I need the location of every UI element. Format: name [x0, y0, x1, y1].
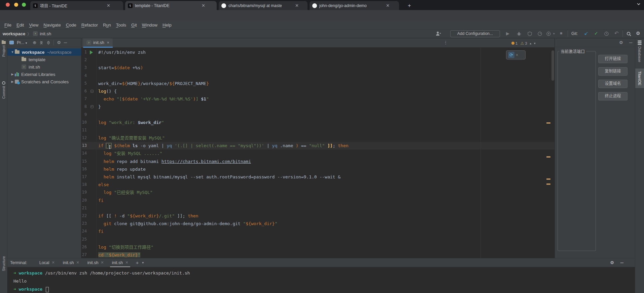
close-icon[interactable]: ×	[107, 40, 109, 45]
scrollbar-thumb[interactable]	[551, 50, 554, 81]
fold-icon[interactable]: −	[91, 90, 94, 93]
prev-problem-chevron-icon[interactable]: ▴	[530, 42, 532, 45]
open-link-button[interactable]: 打开链接	[598, 55, 628, 63]
next-problem-chevron-icon[interactable]: ▾	[534, 42, 536, 45]
code-text: log "work_dir: $work_dir"	[96, 119, 554, 126]
tree-item-init-sh[interactable]: ›init.sh	[7, 63, 81, 71]
menu-run[interactable]: Run	[101, 22, 113, 28]
close-icon[interactable]: ✕	[295, 3, 299, 8]
menu-help[interactable]: Help	[160, 22, 174, 28]
search-everywhere-icon[interactable]	[627, 32, 631, 36]
token	[98, 159, 104, 164]
menu-view[interactable]: View	[27, 22, 41, 28]
terminal-tab-init-sh[interactable]: init.sh✕	[108, 258, 133, 267]
git-update-icon[interactable]: ↙	[584, 30, 588, 36]
terminal-dropdown-chevron-icon[interactable]: ▾	[142, 261, 144, 264]
tree-chevron-icon[interactable]: ▼	[10, 50, 15, 54]
profiler-icon[interactable]	[538, 32, 542, 36]
tool-stripe-project[interactable]: Project	[0, 41, 7, 57]
tree-chevron-icon[interactable]: ▶	[10, 73, 15, 76]
window-close-button[interactable]	[6, 3, 10, 7]
tool-stripe-structure[interactable]: Structure	[0, 256, 7, 271]
settings-gear-icon[interactable]: ⚙	[636, 31, 640, 36]
breadcrumb-file[interactable]: init.sh	[40, 31, 51, 36]
close-icon[interactable]: ✕	[125, 260, 128, 265]
history-clock-icon[interactable]	[604, 32, 609, 36]
close-icon[interactable]: ×	[516, 53, 518, 57]
gutter-cell	[87, 72, 96, 80]
tree-item-external-libraries[interactable]: ▶External Libraries	[7, 71, 81, 78]
tree-item-template[interactable]: template	[7, 56, 81, 63]
menu-edit[interactable]: Edit	[14, 22, 26, 28]
inspections-widget[interactable]: 1 ⚠3 ▴ ▾	[511, 41, 536, 46]
coverage-icon[interactable]	[528, 32, 532, 36]
project-settings-gear-icon[interactable]: ⚙	[57, 40, 61, 45]
run-with-options-icon[interactable]	[546, 32, 551, 36]
browser-tab[interactable]: john-deng/go-admin-demo✕	[310, 1, 399, 10]
window-minimize-button[interactable]	[14, 3, 18, 7]
menu-file[interactable]: File	[2, 22, 14, 28]
hide-panel-icon[interactable]: ─	[629, 40, 632, 45]
close-icon[interactable]: ✕	[101, 260, 104, 265]
titanide-favicon: t	[33, 3, 38, 8]
close-icon[interactable]: ✕	[52, 260, 55, 265]
browser-tab[interactable]: charts/bitnami/mysql at maste✕	[219, 1, 308, 10]
browser-tab[interactable]: ttemplate - TitanIDE✕	[125, 1, 217, 10]
terminal-output[interactable]: ➜ workspace /usr/bin/env zsh /home/proje…	[7, 267, 635, 293]
terminate-process-button[interactable]: 终止进程	[598, 92, 628, 100]
tool-stripe-database[interactable]: Database	[635, 40, 644, 62]
add-configuration-button[interactable]: Add Configuration...	[450, 30, 500, 37]
set-domain-button[interactable]: 设置域名	[598, 80, 628, 88]
terminal-tab-local[interactable]: Local✕	[35, 258, 59, 267]
close-icon[interactable]: ✕	[76, 260, 79, 265]
select-opened-file-icon[interactable]: ⊕	[33, 40, 36, 45]
tool-stripe-commit[interactable]: Commit	[0, 81, 7, 99]
refresh-icon[interactable]: ⟳	[508, 52, 514, 58]
project-view-selector[interactable]: Pr... ▾	[17, 40, 27, 45]
browser-tab[interactable]: t项目 - TitanIDE✕	[30, 1, 123, 10]
window-zoom-button[interactable]	[22, 3, 26, 7]
editor-tab-init-sh[interactable]: › init.sh ×	[83, 38, 113, 48]
copy-link-button[interactable]: 复制链接	[598, 67, 628, 76]
editor-tabs-kebab-icon[interactable]: ⋮	[443, 40, 448, 45]
close-icon[interactable]: ✕	[107, 3, 110, 8]
run-button[interactable]: ▶	[506, 31, 509, 36]
menu-tools[interactable]: Tools	[114, 22, 129, 28]
token: ;	[333, 143, 338, 148]
rollback-undo-icon[interactable]: ↶	[614, 30, 619, 36]
menu-navigate[interactable]: Navigate	[41, 22, 63, 28]
tab-search-chevron-icon[interactable]	[637, 2, 641, 6]
tree-item-scratches-and-consoles[interactable]: ▶Scratches and Consoles	[7, 78, 81, 85]
new-tab-button[interactable]: +	[408, 3, 411, 9]
breadcrumb-root[interactable]: workspace	[3, 31, 25, 36]
terminal-hide-icon[interactable]: ─	[620, 260, 623, 265]
collapse-all-icon[interactable]	[46, 41, 50, 45]
run-widget-user-icon[interactable]	[436, 31, 441, 36]
tree-chevron-icon[interactable]: ▶	[10, 80, 15, 83]
menu-git[interactable]: Git	[129, 22, 139, 28]
editor-code-area[interactable]: 1#!/usr/bin/env zsh23start=$(date +%s)45…	[81, 48, 554, 258]
menu-window[interactable]: Window	[140, 22, 160, 28]
fold-end-icon[interactable]: ⌐	[91, 105, 94, 108]
close-icon[interactable]: ✕	[202, 3, 205, 8]
hide-panel-icon[interactable]: ─	[64, 40, 67, 45]
new-terminal-button[interactable]: +	[132, 260, 142, 265]
debug-bug-icon[interactable]	[517, 32, 521, 36]
line-number: 20	[81, 197, 87, 204]
stop-button[interactable]: ■	[560, 31, 562, 36]
close-icon[interactable]: ✕	[386, 3, 390, 8]
run-line-icon[interactable]	[90, 50, 93, 54]
tool-stripe-titanide[interactable]: TitanIDE	[635, 69, 644, 88]
expand-all-icon[interactable]	[39, 41, 43, 45]
tree-item-workspace[interactable]: ▼workspace~/workspace	[7, 48, 81, 56]
editor-scrollbar[interactable]	[551, 48, 554, 258]
terminal-tab-init-sh[interactable]: init.sh✕	[83, 258, 108, 267]
run-options-chevron-icon[interactable]: ▾	[553, 32, 555, 35]
terminal-tab-init-sh[interactable]: init.sh✕	[59, 258, 83, 267]
menu-code[interactable]: Code	[64, 22, 79, 28]
token	[114, 96, 117, 101]
menu-refactor[interactable]: Refactor	[79, 22, 100, 28]
git-commit-check-icon[interactable]: ✓	[594, 31, 598, 36]
titanide-settings-gear-icon[interactable]: ⚙	[619, 40, 623, 45]
terminal-settings-gear-icon[interactable]: ⚙	[610, 260, 614, 265]
